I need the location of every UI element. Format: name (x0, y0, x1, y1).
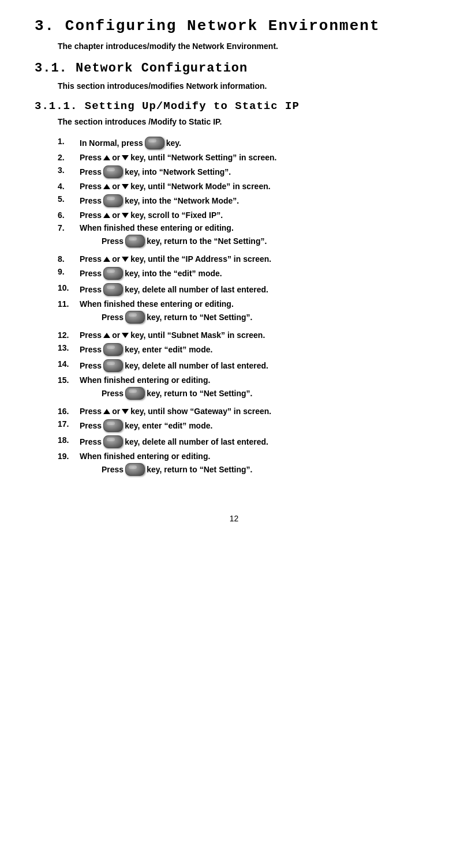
arrow-up-icon (103, 213, 110, 218)
list-item: 7.When finished these entering or editin… (58, 223, 433, 251)
subsection-title: 3.1.1. Setting Up/Modify to Static IP (35, 100, 433, 112)
step-text-after: key, return to “Net Setting”. (147, 465, 252, 474)
arrow-down-icon (122, 257, 129, 262)
step-text: Press (102, 313, 123, 322)
step-number: 8. (58, 254, 80, 264)
list-item: 13.Presskey, enter “edit” mode. (58, 343, 433, 356)
list-item: 17.Presskey, enter “edit” mode. (58, 419, 433, 432)
step-wrapper: Presskey, delete all number of last ente… (80, 435, 268, 448)
step-text: Press (80, 254, 102, 264)
step-text-after: key, enter “edit” mode. (125, 345, 212, 354)
step-content: Presskey, enter “edit” mode. (80, 343, 212, 356)
section-intro: This section introduces/modifies Network… (58, 81, 433, 91)
step-wrapper: Presskey, delete all number of last ente… (80, 283, 268, 296)
arrow-down-icon (122, 155, 129, 160)
step-content: Presskey, return to “Net Setting”. (102, 387, 252, 400)
step-text-after: key, delete all number of last entered. (125, 361, 268, 370)
step-text: Press (80, 345, 102, 354)
button-icon (103, 343, 123, 356)
step-text: Press (80, 285, 102, 294)
arrow-down-icon (122, 333, 129, 338)
step-text: Press (102, 389, 123, 398)
step-text-after: key, until show “Gateway” in screen. (130, 407, 271, 416)
step-text-after: key, into “Network Setting”. (125, 167, 231, 176)
list-item: 6.Press or key, scroll to “Fixed IP”. (58, 211, 433, 220)
list-item: 14.Presskey, delete all number of last e… (58, 359, 433, 372)
step-number: 17. (58, 419, 80, 429)
step-number: 5. (58, 194, 80, 204)
step-content: Presskey, delete all number of last ente… (80, 283, 268, 296)
step-number: 9. (58, 267, 80, 276)
button-icon (103, 435, 123, 448)
chapter-title: 3. Configuring Network Environment (35, 17, 433, 35)
step-text: Press (80, 196, 102, 205)
list-item: 11.When finished these entering or editi… (58, 299, 433, 327)
step-text-after: key, return to “Net Setting”. (147, 389, 252, 398)
step-sub: Presskey, return to “Net Setting”. (102, 463, 252, 476)
step-content: When finished these entering or editing. (80, 299, 252, 309)
list-item: 10.Presskey, delete all number of last e… (58, 283, 433, 296)
step-text: When finished entering or editing. (80, 375, 210, 385)
step-content: Presskey, into the “Network Mode”. (80, 194, 239, 207)
step-sub: Presskey, return to the “Net Setting”. (102, 235, 267, 247)
button-icon (103, 267, 123, 280)
step-text: Press (80, 153, 102, 162)
step-content: Press or key, until “Network Setting” in… (80, 153, 277, 162)
step-wrapper: Presskey, enter “edit” mode. (80, 343, 212, 356)
button-icon (125, 311, 145, 324)
subsection-intro: The section introduces /Modify to Static… (58, 117, 433, 126)
list-item: 5.Presskey, into the “Network Mode”. (58, 194, 433, 207)
step-content: Presskey, into the “edit” mode. (80, 267, 222, 280)
step-wrapper: Press or key, until the “IP Address” in … (80, 254, 271, 264)
step-text-after: key, until “Subnet Mask” in screen. (130, 330, 265, 340)
button-icon (125, 463, 145, 476)
button-icon (103, 194, 123, 207)
list-item: 16.Press or key, until show “Gateway” in… (58, 407, 433, 416)
list-item: 1.In Normal, presskey. (58, 137, 433, 149)
step-sub: Presskey, return to “Net Setting”. (102, 311, 252, 324)
step-text: Press (80, 421, 102, 430)
step-content: When finished entering or editing. (80, 452, 252, 461)
arrow-up-icon (103, 333, 110, 338)
step-text-after: key, enter “edit” mode. (125, 421, 212, 430)
step-wrapper: Presskey, into the “Network Mode”. (80, 194, 239, 207)
step-number: 10. (58, 283, 80, 292)
list-item: 4.Press or key, until “Network Mode” in … (58, 182, 433, 191)
step-text: When finished entering or editing. (80, 452, 210, 461)
step-number: 4. (58, 182, 80, 191)
step-wrapper: When finished these entering or editing.… (80, 299, 252, 327)
step-wrapper: Press or key, until “Network Setting” in… (80, 153, 277, 162)
step-content: When finished entering or editing. (80, 375, 252, 385)
step-content: Press or key, until the “IP Address” in … (80, 254, 271, 264)
step-number: 19. (58, 452, 80, 461)
step-text-after: key, scroll to “Fixed IP”. (130, 211, 223, 220)
step-number: 14. (58, 359, 80, 369)
step-text-after: key, delete all number of last entered. (125, 437, 268, 446)
chapter-intro: The chapter introduces/modify the Networ… (58, 42, 433, 51)
step-content: Press or key, until show “Gateway” in sc… (80, 407, 271, 416)
step-number: 6. (58, 211, 80, 220)
step-wrapper: When finished entering or editing.Pressk… (80, 375, 252, 403)
step-text: In Normal, press (80, 138, 143, 148)
step-text-after: key, delete all number of last entered. (125, 285, 268, 294)
step-content: Press or key, scroll to “Fixed IP”. (80, 211, 223, 220)
step-wrapper: Presskey, enter “edit” mode. (80, 419, 212, 432)
step-text: When finished these entering or editing. (80, 299, 234, 309)
step-content: Presskey, delete all number of last ente… (80, 435, 268, 448)
step-text: Press (80, 407, 102, 416)
step-text-after: key, until “Network Setting” in screen. (130, 153, 276, 162)
button-icon (103, 166, 123, 178)
step-text: Press (80, 269, 102, 278)
step-number: 7. (58, 223, 80, 232)
step-content: When finished these entering or editing. (80, 223, 267, 232)
step-text-after: key, until the “IP Address” in screen. (130, 254, 271, 264)
button-icon (103, 283, 123, 296)
arrow-up-icon (103, 155, 110, 160)
step-wrapper: In Normal, presskey. (80, 137, 181, 149)
list-item: 15.When finished entering or editing.Pre… (58, 375, 433, 403)
step-number: 18. (58, 435, 80, 445)
step-content: In Normal, presskey. (80, 137, 181, 149)
step-list: 1.In Normal, presskey.2.Press or key, un… (58, 137, 433, 479)
step-number: 1. (58, 137, 80, 146)
step-content: Presskey, return to “Net Setting”. (102, 311, 252, 324)
